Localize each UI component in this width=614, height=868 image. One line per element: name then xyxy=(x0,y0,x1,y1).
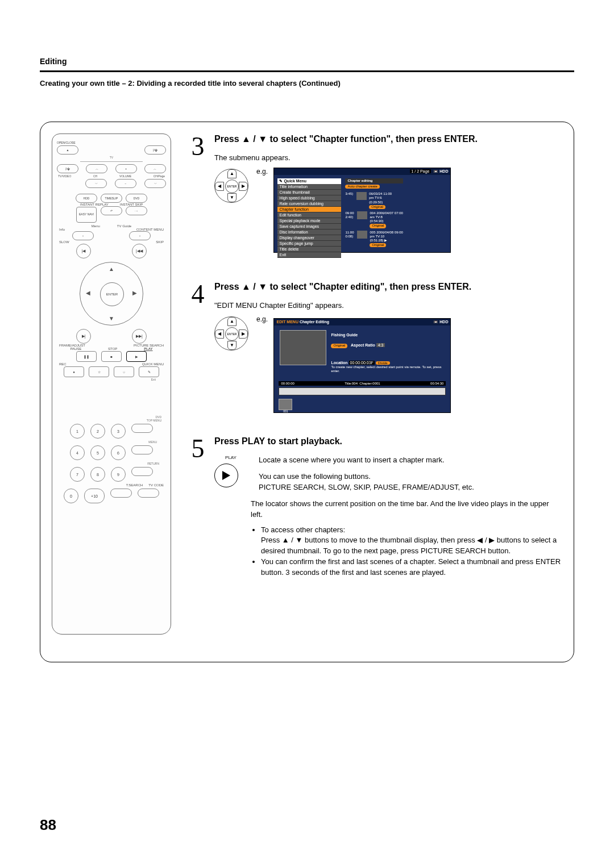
slow-rev: |◀ xyxy=(76,244,91,258)
label-tvguide: TV Guide xyxy=(117,224,131,228)
down2-button: ﹀ xyxy=(144,179,166,188)
tsearch-button xyxy=(110,489,132,498)
num1: 1 xyxy=(70,424,85,439)
step-3: 3 Press ▲ / ▼ to select "Chapter functio… xyxy=(188,133,562,258)
label-menu: Menu xyxy=(92,224,100,228)
step3-sub: The submenu appears. xyxy=(214,153,562,162)
contentmenu-button: ○ xyxy=(129,231,151,240)
remote-control-diagram: OPEN/CLOSE ▲|/⏻ TV |/⏻ ︿ + ︿ TV/VIDEO CH… xyxy=(52,133,171,635)
label-rec: REC xyxy=(59,362,67,366)
step4-sub: "EDIT MENU Chapter Editing" appears. xyxy=(214,301,562,310)
step4-heading: Press ▲ / ▼ to select "Chapter editing",… xyxy=(214,281,562,293)
label-info: Info xyxy=(59,228,65,231)
num0: 0 xyxy=(64,489,78,503)
dpad: ▲ ▼ ◀ ▶ ENTER xyxy=(80,262,143,326)
return-button xyxy=(131,467,153,476)
step5-heading: Press PLAY to start playback. xyxy=(214,436,562,448)
enter-icon: ENTER xyxy=(225,180,239,193)
quickmenu-screenshot: 1 / 2 Page 📼 HDD ✎ Quick Menu Title info… xyxy=(273,168,451,253)
step-5: 5 Press PLAY to start playback. PLAY Loc… xyxy=(188,436,562,583)
eject-button: ▲ xyxy=(57,145,78,155)
label-pause: PAUSE xyxy=(70,347,81,350)
star-button: ☆ xyxy=(89,366,109,377)
timeslip-button: TIMESLIP xyxy=(101,194,122,203)
label-play: PLAY xyxy=(144,347,152,350)
step-number-4: 4 xyxy=(188,281,208,413)
play-icon xyxy=(214,464,238,487)
label-chpage: CH/Page xyxy=(154,174,165,178)
label-volume: VOLUME xyxy=(119,174,131,178)
quickmenu-button: ✎ xyxy=(139,366,159,377)
label-stop: STOP xyxy=(108,347,117,350)
eg-label: e.g. xyxy=(256,168,268,176)
dvdtopmenu-button xyxy=(131,424,153,433)
step-4: 4 Press ▲ / ▼ to select "Chapter editing… xyxy=(188,281,562,413)
label-tsearch: T.SEARCH xyxy=(126,483,143,487)
minus-button: − xyxy=(115,179,136,188)
menu-button xyxy=(131,445,153,454)
step5-p1: Locate a scene where you want to insert … xyxy=(259,455,474,466)
play-button: ▶ xyxy=(126,351,147,362)
play-label: PLAY xyxy=(214,455,247,460)
step5-bullet1: To access other chapters: Press ▲ / ▼ bu… xyxy=(261,525,562,557)
hdd-button: HDD xyxy=(76,194,97,203)
label-skip: SKIP xyxy=(156,240,164,244)
label-menu2: MENU xyxy=(57,440,166,444)
skip-fwd: ▶▶| xyxy=(132,329,147,344)
section-header: Editing xyxy=(40,57,574,66)
stop-button: ■ xyxy=(101,351,122,362)
up2-button: ︿ xyxy=(144,164,166,173)
step-number-5: 5 xyxy=(188,436,208,583)
label-tvcode: TV CODE xyxy=(148,483,164,487)
num6: 6 xyxy=(111,445,126,460)
info-button: ○ xyxy=(72,231,94,240)
dpad-icon: ▲▼◀▶ ENTER xyxy=(214,316,248,350)
slow-fwd: ▶| xyxy=(76,329,91,344)
enter-button: ENTER xyxy=(100,282,124,306)
step5-p2: You can use the following buttons. xyxy=(259,471,474,482)
plus-button: + xyxy=(115,164,137,173)
tv-label: TV xyxy=(57,156,166,159)
label-return: RETURN xyxy=(57,462,166,465)
page-number: 88 xyxy=(40,816,56,834)
label-dvdtop: DVD TOP MENU xyxy=(57,415,166,422)
power-button: |/⏻ xyxy=(144,145,166,155)
label-ch: CH xyxy=(93,174,97,178)
tvcode-button xyxy=(138,489,159,498)
num9: 9 xyxy=(111,467,126,482)
edit-menu-screenshot: EDIT MENU Chapter Editing 📼 HDD Fishing … xyxy=(273,318,451,413)
dpad-icon: ▲▼◀▶ ENTER xyxy=(214,169,248,203)
page-subtitle: Creating your own title – 2: Dividing a … xyxy=(40,79,574,87)
step-number-3: 3 xyxy=(188,133,208,258)
label-slow: SLOW xyxy=(59,240,69,244)
pause-button: ❚❚ xyxy=(76,351,97,362)
num2: 2 xyxy=(90,424,105,439)
step5-p3: PICTURE SEARCH, SLOW, SKIP, PAUSE, FRAME… xyxy=(259,482,474,493)
skip-button: ·→ xyxy=(126,206,147,215)
o-button: ○ xyxy=(114,366,134,377)
rec-button: ● xyxy=(64,366,84,377)
num5: 5 xyxy=(90,445,105,460)
replay-button: ↶ xyxy=(101,206,122,215)
step3-heading: Press ▲ / ▼ to select "Chapter function"… xyxy=(214,133,562,145)
eg-label: e.g. xyxy=(256,315,268,323)
down-button: ﹀ xyxy=(85,179,107,188)
step5-bullet2: You can confirm the first and last scene… xyxy=(261,557,562,578)
easynavi-button: EASY NAVI xyxy=(76,207,97,223)
skip-back: |◀◀ xyxy=(132,244,147,258)
tv-power: |/⏻ xyxy=(57,164,78,173)
label-quickmenu: QUICK MENU xyxy=(142,362,164,366)
label-tvvideo: TV/VIDEO xyxy=(58,174,71,178)
num4: 4 xyxy=(70,445,85,460)
num10: +10 xyxy=(84,489,105,503)
num8: 8 xyxy=(90,467,105,482)
num3: 3 xyxy=(111,424,126,439)
step5-p4: The locator shows the current position o… xyxy=(251,499,562,520)
label-openclose: OPEN/CLOSE xyxy=(57,141,76,144)
num7: 7 xyxy=(70,467,85,482)
enter-icon: ENTER xyxy=(225,327,239,341)
divider xyxy=(40,70,574,72)
dvd-button: DVD xyxy=(126,194,147,203)
up-button: ︿ xyxy=(86,164,107,173)
content-frame: OPEN/CLOSE ▲|/⏻ TV |/⏻ ︿ + ︿ TV/VIDEO CH… xyxy=(40,122,574,662)
